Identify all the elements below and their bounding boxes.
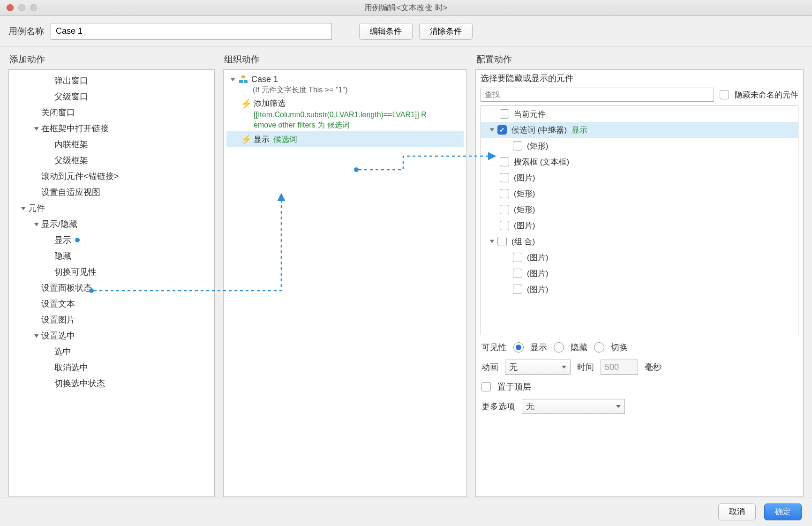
widget-label: (图片) xyxy=(527,268,548,279)
widget-row[interactable]: (图片) xyxy=(481,218,798,233)
widget-row[interactable]: (图片) xyxy=(481,265,798,281)
widget-checkbox[interactable] xyxy=(500,157,509,166)
visibility-hide-label: 隐藏 xyxy=(571,342,587,353)
action-item[interactable]: 设置自适应视图 xyxy=(9,184,214,200)
action-item[interactable]: 设置文本 xyxy=(9,296,214,312)
action-item-label: 设置面板状态 xyxy=(41,282,92,293)
widget-checkbox[interactable] xyxy=(500,221,509,230)
bring-to-front-checkbox[interactable] xyxy=(481,382,491,391)
edit-condition-button[interactable]: 编辑条件 xyxy=(359,23,413,40)
action-item-label: 在框架中打开链接 xyxy=(41,123,109,134)
more-options-select[interactable]: 无 xyxy=(522,399,625,414)
widget-label: (图片) xyxy=(514,173,535,183)
action-item[interactable]: 切换可见性 xyxy=(9,264,214,280)
widget-row[interactable]: (图片) xyxy=(481,249,798,265)
widget-checkbox[interactable] xyxy=(500,173,509,182)
widget-label: (图片) xyxy=(514,220,535,231)
widget-search-input[interactable] xyxy=(481,88,714,102)
widget-checkbox[interactable] xyxy=(513,285,522,294)
action-item-label: 显示/隐藏 xyxy=(41,218,77,230)
action-item-label: 显示 xyxy=(54,234,71,246)
ok-button[interactable]: 确定 xyxy=(764,503,802,520)
widget-row[interactable]: (矩形) xyxy=(481,186,798,202)
widget-checkbox[interactable] xyxy=(497,125,507,135)
action-item-label: 隐藏 xyxy=(54,250,71,262)
action-item[interactable]: 切换选中状态 xyxy=(9,376,214,391)
visibility-hide-radio[interactable] xyxy=(554,342,564,353)
action-item[interactable]: 选中 xyxy=(9,344,214,360)
widget-checkbox[interactable] xyxy=(500,109,509,119)
action-item[interactable]: 显示/隐藏 xyxy=(9,216,214,232)
window-title: 用例编辑<文本改变 时> xyxy=(0,2,812,13)
action-item[interactable]: 关闭窗口 xyxy=(9,105,214,120)
action-add-filter[interactable]: 添加筛选 xyxy=(254,98,286,109)
action-item[interactable]: 父级窗口 xyxy=(9,89,214,105)
organize-actions-header: 组织动作 xyxy=(223,52,467,69)
widget-suffix: 显示 xyxy=(571,125,587,135)
widget-row[interactable]: 当前元件 xyxy=(481,106,798,122)
action-item-label: 弹出窗口 xyxy=(54,75,88,86)
animation-select[interactable]: 无 xyxy=(505,360,571,375)
hide-unnamed-checkbox[interactable] xyxy=(720,90,729,99)
select-widgets-label: 选择要隐藏或显示的元件 xyxy=(476,70,803,88)
visibility-show-radio[interactable] xyxy=(513,342,524,353)
action-show-target: 候选词 xyxy=(273,134,297,145)
widget-row[interactable]: 候选词 (中继器)显示 xyxy=(481,122,798,138)
configure-header: 配置动作 xyxy=(475,52,804,69)
widget-checkbox[interactable] xyxy=(500,189,509,198)
widget-label: (矩形) xyxy=(527,141,548,151)
time-unit: 毫秒 xyxy=(645,361,662,373)
case-node[interactable]: Case 1 xyxy=(251,75,278,84)
action-item[interactable]: 设置面板状态 xyxy=(9,280,214,296)
time-input[interactable]: 500 xyxy=(601,360,638,375)
action-item-label: 内联框架 xyxy=(54,139,88,150)
action-item-label: 取消选中 xyxy=(54,362,88,373)
widget-label: (组 合) xyxy=(511,236,535,247)
action-item[interactable]: 滚动到元件<锚链接> xyxy=(9,168,214,184)
action-item-label: 选中 xyxy=(54,346,71,357)
action-item-label: 关闭窗口 xyxy=(41,107,75,118)
action-item[interactable]: 父级框架 xyxy=(9,152,214,168)
widget-checkbox[interactable] xyxy=(513,141,522,150)
case-name-label: 用例名称 xyxy=(8,25,44,38)
action-item[interactable]: 弹出窗口 xyxy=(9,73,214,89)
add-actions-tree[interactable]: 弹出窗口父级窗口关闭窗口在框架中打开链接内联框架父级框架滚动到元件<锚链接>设置… xyxy=(9,70,214,496)
case-icon xyxy=(239,76,248,83)
action-item-label: 切换可见性 xyxy=(54,266,97,278)
widget-row[interactable]: (组 合) xyxy=(481,233,798,249)
action-item-label: 切换选中状态 xyxy=(54,378,105,389)
organize-tree[interactable]: Case 1 (If 元件文字长度 This >= "1") 添加筛选 [[It… xyxy=(224,70,466,151)
action-item[interactable]: 显示 xyxy=(9,232,214,248)
widget-checkbox[interactable] xyxy=(497,237,507,246)
widget-row[interactable]: (矩形) xyxy=(481,202,798,218)
action-item-label: 父级窗口 xyxy=(54,91,88,102)
widget-row[interactable]: 搜索框 (文本框) xyxy=(481,154,798,170)
action-item-label: 设置选中 xyxy=(41,330,75,341)
action-show-row[interactable]: 显示 候选词 xyxy=(226,131,464,147)
action-item[interactable]: 取消选中 xyxy=(9,360,214,376)
visibility-toggle-radio[interactable] xyxy=(594,342,604,353)
action-item[interactable]: 设置图片 xyxy=(9,312,214,328)
action-item[interactable]: 设置选中 xyxy=(9,328,214,344)
widget-checkbox[interactable] xyxy=(513,253,522,262)
bolt-icon xyxy=(241,135,249,144)
cancel-button[interactable]: 取消 xyxy=(718,503,756,520)
visibility-toggle-label: 切换 xyxy=(611,342,628,353)
time-label: 时间 xyxy=(577,361,594,373)
widget-checkbox[interactable] xyxy=(513,269,522,278)
widget-checkbox[interactable] xyxy=(500,205,509,214)
action-add-filter-detail: [[Item.Column0.substr(0,LVAR1.length)==L… xyxy=(226,110,428,130)
clear-condition-button[interactable]: 清除条件 xyxy=(419,23,473,40)
widget-row[interactable]: (图片) xyxy=(481,281,798,297)
widget-row[interactable]: (矩形) xyxy=(481,138,798,154)
action-item[interactable]: 元件 xyxy=(9,200,214,216)
bring-to-front-label: 置于顶层 xyxy=(497,381,531,392)
widget-list[interactable]: 当前元件候选词 (中继器)显示(矩形)搜索框 (文本框)(图片)(矩形)(矩形)… xyxy=(481,105,798,335)
action-item[interactable]: 在框架中打开链接 xyxy=(9,120,214,136)
action-item-label: 父级框架 xyxy=(54,155,88,166)
action-item[interactable]: 内联框架 xyxy=(9,136,214,152)
hide-unnamed-label: 隐藏未命名的元件 xyxy=(735,90,798,100)
case-name-input[interactable] xyxy=(51,23,332,40)
action-item[interactable]: 隐藏 xyxy=(9,248,214,264)
widget-row[interactable]: (图片) xyxy=(481,170,798,186)
